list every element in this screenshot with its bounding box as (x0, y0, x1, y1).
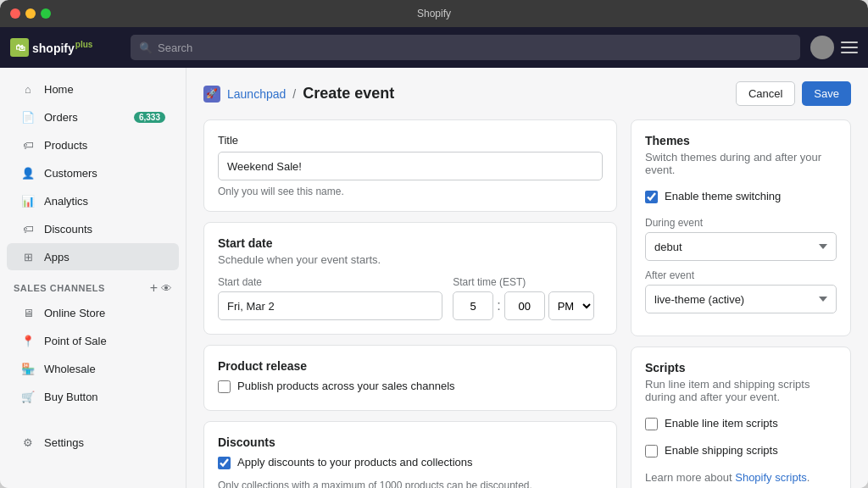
search-input[interactable] (158, 42, 792, 54)
breadcrumb-parent[interactable]: Launchpad (227, 87, 286, 101)
after-event-label: After event (645, 269, 837, 281)
wholesale-icon: 🏪 (20, 361, 36, 376)
right-column: Themes Switch themes during and after yo… (631, 119, 851, 488)
scripts-subtitle: Run line item and shipping scripts durin… (645, 378, 837, 403)
during-event-label: During event (645, 217, 837, 229)
enable-theme-checkbox[interactable] (645, 191, 658, 203)
sidebar-item-buy-button[interactable]: 🛒 Buy Button (7, 383, 179, 410)
start-time-label: Start time (EST) (453, 276, 603, 288)
sidebar-item-label: Online Store (44, 307, 105, 319)
online-store-icon: 🖥 (20, 305, 36, 320)
start-time-field: Start time (EST) : AM PM (453, 276, 603, 320)
sidebar-item-label: Products (44, 139, 87, 152)
search-icon: 🔍 (139, 42, 153, 54)
add-channel-button[interactable]: + (150, 281, 158, 295)
sidebar-item-apps[interactable]: ⊞ Apps (7, 243, 179, 270)
scripts-card: Scripts Run line item and shipping scrip… (631, 347, 851, 488)
sidebar-item-label: Buy Button (44, 391, 98, 403)
discounts-hint: Only collections with a maximum of 1000 … (218, 480, 603, 488)
sidebar-item-label: Point of Sale (44, 335, 107, 347)
publish-products-label[interactable]: Publish products across your sales chann… (237, 380, 455, 392)
sidebar-item-online-store[interactable]: 🖥 Online Store (7, 299, 179, 326)
after-event-wrapper: After event debut live-theme (active) cu… (645, 269, 837, 313)
sidebar-item-settings[interactable]: ⚙ Settings (7, 429, 179, 456)
shopify-logo: 🛍 shopifyplus (10, 38, 120, 57)
publish-products-checkbox[interactable] (218, 380, 231, 393)
sidebar-item-orders[interactable]: 📄 Orders 6,333 (7, 103, 179, 130)
buy-button-icon: 🛒 (20, 389, 36, 404)
sales-channels-label: SALES CHANNELS (14, 283, 105, 293)
products-icon: 🏷 (20, 137, 36, 152)
breadcrumb-separator: / (292, 87, 296, 101)
sidebar-item-discounts[interactable]: 🏷 Discounts (7, 215, 179, 242)
title-input[interactable] (218, 152, 603, 180)
apply-discounts-label[interactable]: Apply discounts to your products and col… (237, 456, 473, 469)
sidebar-item-label: Orders (44, 111, 78, 124)
settings-icon: ⚙ (20, 435, 36, 450)
discounts-title: Discounts (218, 435, 603, 449)
sidebar-item-products[interactable]: 🏷 Products (7, 131, 179, 158)
apply-discounts-checkbox[interactable] (218, 457, 231, 469)
sidebar-item-label: Settings (44, 436, 84, 449)
discounts-icon: 🏷 (20, 221, 36, 236)
line-item-scripts-label[interactable]: Enable line item scripts (665, 417, 778, 430)
shipping-scripts-label[interactable]: Enable shipping scripts (665, 444, 778, 457)
start-date-input[interactable] (218, 291, 442, 320)
body-grid: Title Only you will see this name. Start… (186, 119, 868, 488)
hamburger-menu[interactable] (841, 42, 858, 53)
shipping-scripts-checkbox[interactable] (645, 445, 658, 458)
enable-theme-row: Enable theme switching (645, 186, 837, 207)
product-release-card: Product release Publish products across … (203, 345, 617, 411)
sales-channels-section: SALES CHANNELS + 👁 (0, 271, 186, 298)
line-item-scripts-checkbox[interactable] (645, 418, 658, 430)
start-date-field: Start date (218, 276, 442, 320)
customers-icon: 👤 (20, 165, 36, 180)
hour-input[interactable] (453, 291, 493, 320)
sidebar-item-label: Wholesale (44, 363, 96, 375)
shopify-scripts-link[interactable]: Shopify scripts (735, 471, 807, 484)
enable-theme-label[interactable]: Enable theme switching (665, 190, 781, 202)
minimize-button[interactable] (25, 8, 36, 19)
time-group: : AM PM (453, 291, 603, 320)
learn-more-text: Learn more about (645, 471, 735, 484)
sidebar-item-label: Customers (44, 167, 97, 180)
product-release-title: Product release (218, 359, 603, 373)
close-button[interactable] (10, 8, 20, 19)
avatar[interactable] (810, 36, 834, 59)
nav-right (810, 36, 858, 59)
page-header: 🚀 Launchpad / Create event Cancel Save (186, 68, 868, 119)
start-date-title: Start date (218, 236, 603, 250)
sidebar-item-label: Home (44, 83, 74, 96)
header-actions: Cancel Save (736, 81, 851, 106)
product-release-checkbox-row: Publish products across your sales chann… (218, 376, 603, 396)
minute-input[interactable] (504, 291, 545, 320)
page-title: Create event (303, 85, 394, 103)
search-bar[interactable]: 🔍 (131, 35, 800, 60)
sidebar-item-label: Analytics (44, 195, 88, 208)
sidebar-item-label: Discounts (44, 223, 92, 236)
shipping-scripts-row: Enable shipping scripts (645, 441, 837, 461)
apps-icon: ⊞ (20, 249, 36, 264)
save-button[interactable]: Save (802, 81, 851, 106)
titlebar: Shopify (0, 0, 868, 27)
discounts-checkbox-row: Apply discounts to your products and col… (218, 452, 603, 473)
sidebar-item-home[interactable]: ⌂ Home (7, 75, 179, 103)
after-event-select[interactable]: debut live-theme (active) custom (645, 285, 837, 313)
sidebar-item-customers[interactable]: 👤 Customers (7, 159, 179, 186)
sidebar-item-analytics[interactable]: 📊 Analytics (7, 187, 179, 214)
ampm-select[interactable]: AM PM (548, 291, 594, 320)
sidebar-item-wholesale[interactable]: 🏪 Wholesale (7, 355, 179, 382)
point-of-sale-icon: 📍 (20, 333, 36, 348)
analytics-icon: 📊 (20, 193, 36, 208)
launchpad-icon: 🚀 (203, 86, 220, 103)
logo-text: shopifyplus (32, 40, 92, 55)
eye-icon[interactable]: 👁 (161, 281, 172, 295)
cancel-button[interactable]: Cancel (736, 81, 795, 106)
scripts-learn-more: Learn more about Shopify scripts. (645, 471, 837, 484)
line-item-scripts-row: Enable line item scripts (645, 413, 837, 434)
during-event-select[interactable]: debut live-theme (active) custom (645, 232, 837, 261)
sidebar-item-point-of-sale[interactable]: 📍 Point of Sale (7, 327, 179, 354)
window-title: Shopify (417, 8, 451, 19)
time-separator: : (497, 298, 500, 313)
maximize-button[interactable] (41, 8, 51, 19)
